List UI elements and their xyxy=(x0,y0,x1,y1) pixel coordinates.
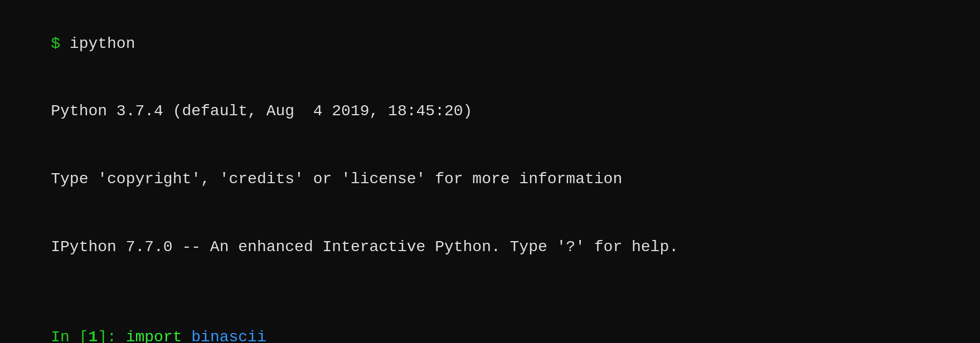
python-type-line: Type 'copyright', 'credits' or 'license'… xyxy=(13,146,967,214)
ipython-version-line: IPython 7.7.0 -- An enhanced Interactive… xyxy=(13,213,967,281)
python-type-text: Type 'copyright', 'credits' or 'license'… xyxy=(51,170,622,188)
in1-prompt-close: ]: xyxy=(98,329,125,343)
python-version-line: Python 3.7.4 (default, Aug 4 2019, 18:45… xyxy=(13,78,967,146)
import-keyword: import xyxy=(126,329,192,343)
binascii-module: binascii xyxy=(191,329,266,343)
ipython-command: ipython xyxy=(70,35,135,52)
terminal: $ ipython Python 3.7.4 (default, Aug 4 2… xyxy=(13,10,967,343)
python-version-text: Python 3.7.4 (default, Aug 4 2019, 18:45… xyxy=(51,102,472,120)
ipython-version-text: IPython 7.7.0 -- An enhanced Interactive… xyxy=(51,238,678,256)
blank-line-1 xyxy=(13,281,967,304)
shell-prompt-line: $ ipython xyxy=(13,10,967,78)
in1-prompt-open: In [ xyxy=(51,329,88,343)
dollar-sign: $ xyxy=(51,35,70,52)
in1-import-line: In [1]: import binascii xyxy=(13,304,967,343)
in1-prompt-num: 1 xyxy=(88,329,98,343)
